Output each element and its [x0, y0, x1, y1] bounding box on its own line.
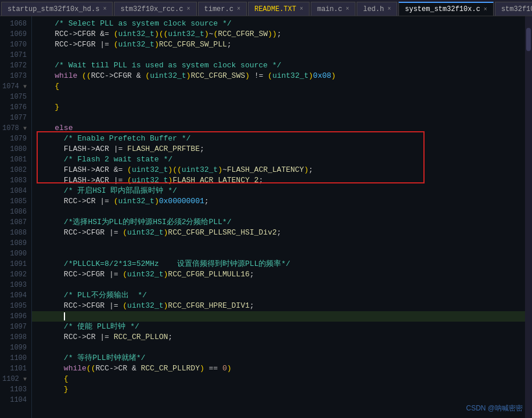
scrollbar[interactable] [525, 16, 532, 418]
line-num-1069: 1069 [2, 29, 27, 39]
tab-readme[interactable]: README.TXT × [248, 2, 310, 16]
line-num-1075: 1075 [2, 92, 27, 102]
code-line-1087: /*选择HSI为PLL的时钟源HSI必须2分频给PLL*/ [32, 217, 525, 228]
code-line-1089 [32, 238, 525, 248]
tab-label: led.h [363, 5, 384, 13]
code-line-1096 [32, 311, 525, 322]
code-line-1077 [32, 113, 525, 123]
line-num-1088: 1088 [2, 228, 27, 238]
tab-rcc[interactable]: stm32f10x_rcc.c × [114, 2, 196, 16]
code-line-1085: RCC->CR |= (uint32_t)0x00000001; [32, 196, 525, 207]
tab-label: README.TXT [254, 5, 296, 13]
line-num-1096: 1096 [2, 311, 27, 322]
line-num-1098: 1098 [2, 332, 27, 343]
code-line-1104 [32, 395, 525, 405]
tab-bar: startup_stm32f10x_hd.s × stm32f10x_rcc.c… [0, 0, 532, 16]
tab-close-icon[interactable]: × [300, 6, 303, 12]
code-line-1078: else [32, 123, 525, 134]
line-num-1082: 1082 [2, 165, 27, 175]
code-line-1100: /* 等待PLL时钟就绪*/ [32, 353, 525, 363]
code-line-1102: { [32, 374, 525, 384]
code-area[interactable]: /* Select PLL as system clock source */ … [32, 16, 525, 418]
line-num-1071: 1071 [2, 50, 27, 60]
tab-stm32[interactable]: stm32f10x.h × [495, 2, 532, 16]
tab-label: stm32f10x.h [501, 5, 532, 13]
editor-container: 1068 1069 1070 1071 1072 1073 1074 ▼ 107… [0, 16, 532, 418]
line-num-1073: 1073 [2, 71, 27, 81]
tab-close-icon[interactable]: × [484, 6, 487, 13]
line-num-1074: 1074 ▼ [2, 81, 27, 92]
line-num-1076: 1076 [2, 102, 27, 113]
tab-close-icon[interactable]: × [186, 6, 190, 12]
line-num-1102: 1102 ▼ [2, 374, 27, 384]
line-num-1068: 1068 [2, 19, 27, 29]
code-line-1081: /* Flash 2 wait state */ [32, 154, 525, 165]
code-line-1070: RCC->CFGR |= (uint32_t)RCC_CFGR_SW_PLL; [32, 39, 525, 50]
line-num-1104: 1104 [2, 395, 27, 405]
line-num-1100: 1100 [2, 353, 27, 363]
line-num-1101: 1101 [2, 363, 27, 374]
line-num-1080: 1080 [2, 144, 27, 154]
tab-label: system_stm32f10x.c [405, 5, 480, 13]
line-num-1095: 1095 [2, 301, 27, 311]
tab-timer[interactable]: timer.c × [198, 2, 247, 16]
line-num-1084: 1084 [2, 186, 27, 196]
code-line-1068: /* Select PLL as system clock source */ [32, 19, 525, 29]
code-line-1093 [32, 280, 525, 290]
tab-led[interactable]: led.h × [357, 2, 397, 16]
code-line-1080: FLASH->ACR |= FLASH_ACR_PRFTBE; [32, 144, 525, 154]
line-num-1092: 1092 [2, 269, 27, 280]
code-line-1079: /* Enable Prefetch Buffer */ [32, 134, 525, 144]
tab-close-icon[interactable]: × [346, 6, 349, 12]
code-line-1069: RCC->CFGR &= (uint32_t)((uint32_t)~(RCC_… [32, 29, 525, 39]
code-line-1092: RCC->CFGR |= (uint32_t)RCC_CFGR_PLLMULL1… [32, 269, 525, 280]
line-num-1072: 1072 [2, 60, 27, 71]
tab-system[interactable]: system_stm32f10x.c × [398, 2, 494, 16]
code-line-1084: /* 开启HSI 即内部晶振时钟 */ [32, 186, 525, 196]
code-line-1071 [32, 50, 525, 60]
tab-label: startup_stm32f10x_hd.s [8, 5, 99, 13]
line-num-1093: 1093 [2, 280, 27, 290]
line-num-1087: 1087 [2, 217, 27, 228]
code-line-1086 [32, 207, 525, 217]
tab-label: timer.c [204, 5, 233, 13]
tab-main[interactable]: main.c × [311, 2, 355, 16]
code-line-1091: /*PLLCLK=8/2*13=52MHz 设置倍频得到时钟源PLL的频率*/ [32, 259, 525, 269]
line-num-1079: 1079 [2, 134, 27, 144]
line-num-1078: 1078 ▼ [2, 123, 27, 134]
code-line-1088: RCC->CFGR |= (uint32_t)RCC_CFGR_PLLSRC_H… [32, 228, 525, 238]
line-num-1083: 1083 [2, 175, 27, 186]
line-num-1089: 1089 [2, 238, 27, 248]
code-line-1090 [32, 248, 525, 259]
tab-close-icon[interactable]: × [237, 6, 240, 12]
line-num-1070: 1070 [2, 39, 27, 50]
code-line-1076: } [32, 102, 525, 113]
line-numbers: 1068 1069 1070 1071 1072 1073 1074 ▼ 107… [0, 16, 32, 418]
scrollbar-thumb[interactable] [526, 28, 531, 51]
line-num-1094: 1094 [2, 290, 27, 301]
tab-label: stm32f10x_rcc.c [120, 5, 183, 13]
code-line-1074: { [32, 81, 525, 92]
code-line-1097: /* 使能 PLL时钟 */ [32, 322, 525, 332]
line-num-1103: 1103 [2, 384, 27, 395]
line-num-1086: 1086 [2, 207, 27, 217]
line-num-1090: 1090 [2, 248, 27, 259]
code-line-1099 [32, 343, 525, 353]
code-line-1101: while((RCC->CR & RCC_CR_PLLRDY) == 0) [32, 363, 525, 374]
code-line-1098: RCC->CR |= RCC_CR_PLLON; [32, 332, 525, 343]
line-num-1097: 1097 [2, 322, 27, 332]
code-line-1083: FLASH->ACR |= (uint32_t)FLASH_ACR_LATENC… [32, 175, 525, 186]
tab-close-icon[interactable]: × [103, 6, 106, 12]
code-line-1073: while ((RCC->CFGR & (uint32_t)RCC_CFGR_S… [32, 71, 525, 81]
code-line-1094: /* PLL不分频输出 */ [32, 290, 525, 301]
tab-close-icon[interactable]: × [387, 6, 391, 12]
line-num-1085: 1085 [2, 196, 27, 207]
code-line-1095: RCC->CFGR |= (uint32_t)RCC_CFGR_HPRE_DIV… [32, 301, 525, 311]
code-line-1103: } [32, 384, 525, 395]
code-line-1075 [32, 92, 525, 102]
line-num-1099: 1099 [2, 343, 27, 353]
tab-label: main.c [317, 5, 342, 13]
code-line-1082: FLASH->ACR &= (uint32_t)((uint32_t)~FLAS… [32, 165, 525, 175]
watermark: CSDN @呐喊密密 [466, 403, 523, 413]
tab-startup[interactable]: startup_stm32f10x_hd.s × [1, 2, 113, 16]
